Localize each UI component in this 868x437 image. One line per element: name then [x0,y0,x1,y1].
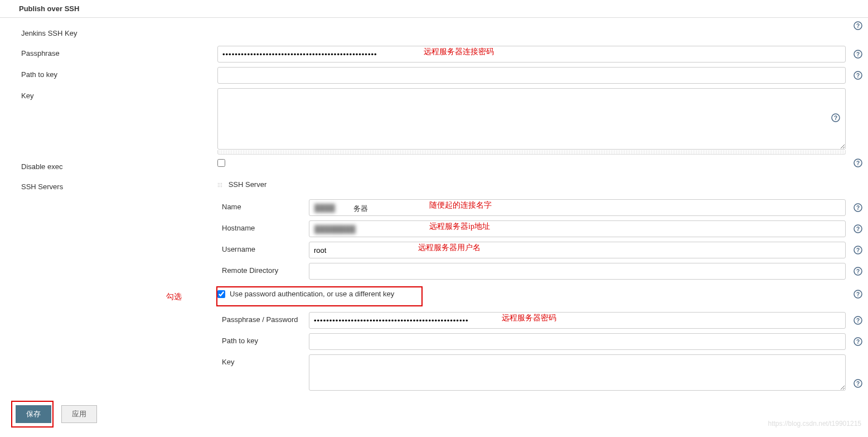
path-to-key-input[interactable] [217,67,846,84]
row-passphrase: Passphrase ? 远程服务器连接密码 [0,44,868,65]
help-icon[interactable]: ? [854,246,862,254]
help-icon[interactable]: ? [854,203,862,212]
username-input[interactable] [309,242,846,258]
label-key: Key [0,88,217,100]
row-passphrase-password: Passphrase / Password ? 远程服务器密码 [0,310,868,331]
help-icon[interactable]: ? [854,71,862,80]
row-path-to-key2: Path to key ? [0,331,868,352]
help-icon[interactable]: ? [854,316,862,325]
ssh-server-label: SSH Server [229,180,267,189]
svg-text:?: ? [856,381,860,387]
row-name: Name ████ 务器 ? 随便起的连接名字 [0,197,868,218]
path-to-key2-input[interactable] [309,333,846,350]
label-path-to-key: Path to key [0,67,217,79]
label-passphrase-password: Passphrase / Password [0,312,309,324]
key2-textarea[interactable] [309,354,846,391]
disable-exec-checkbox[interactable] [217,159,225,167]
footer: 保存 应用 [0,398,868,432]
svg-text:?: ? [856,226,860,232]
key-textarea[interactable] [217,88,846,150]
label-jenkins-ssh-key: Jenkins SSH Key [0,26,217,37]
label-username: Username [0,242,309,253]
help-icon[interactable]: ? [854,290,862,299]
label-key2: Key [0,354,309,366]
help-icon[interactable]: ? [854,379,862,388]
blurred-text: ████ [314,204,335,212]
row-username: Username ? 远程服务器用户名 [0,239,868,261]
label-ssh-servers: SSH Servers [0,179,217,191]
row-disable-exec: Disable exec ? [0,157,868,177]
label-name: Name [0,199,309,211]
svg-text:?: ? [856,160,860,166]
help-icon[interactable]: ? [854,267,862,276]
save-button[interactable]: 保存 [16,405,51,423]
help-icon[interactable]: ? [854,159,862,167]
svg-text:?: ? [856,205,860,211]
row-use-password-auth: Use password authentication, or use a di… [0,287,868,310]
svg-text:?: ? [856,291,860,297]
svg-text:?: ? [856,51,860,57]
svg-text:?: ? [856,339,860,345]
row-remote-directory: Remote Directory ? [0,261,868,282]
section-title: Publish over SSH [0,0,868,18]
label-remote-directory: Remote Directory [0,263,309,275]
label-hostname: Hostname [0,220,309,232]
use-password-auth-wrap[interactable]: Use password authentication, or use a di… [217,290,846,298]
svg-text:?: ? [856,318,860,324]
drag-grip-icon[interactable] [217,183,223,188]
hostname-input[interactable] [309,220,846,237]
annotation-check: 勾选 [166,292,182,302]
help-icon[interactable]: ? [854,21,862,30]
passphrase-input[interactable] [217,46,846,63]
svg-text:?: ? [856,73,860,79]
svg-text:?: ? [856,268,860,275]
name-value-visible: 务器 [353,204,368,214]
blurred-text: ████████ [314,225,356,233]
help-icon[interactable]: ? [831,113,840,122]
row-key: Key ? [0,86,868,157]
help-icon[interactable]: ? [854,50,862,59]
ssh-server-header: SSH Server [217,179,868,192]
remote-directory-input[interactable] [309,263,846,280]
svg-text:?: ? [856,247,860,253]
svg-text:?: ? [856,23,860,29]
name-input[interactable] [309,199,846,216]
row-path-to-key: Path to key ? [0,65,868,86]
use-password-auth-label: Use password authentication, or use a di… [230,290,394,298]
help-icon[interactable]: ? [854,224,862,233]
row-key2: Key ? [0,352,868,393]
label-path-to-key2: Path to key [0,333,309,345]
use-password-auth-checkbox[interactable] [217,290,225,298]
help-icon[interactable]: ? [854,337,862,346]
apply-button[interactable]: 应用 [61,405,97,423]
row-ssh-servers: SSH Servers SSH Server [0,177,868,197]
row-jenkins-ssh-key: Jenkins SSH Key ? [0,23,868,44]
passphrase-password-input[interactable] [309,312,846,329]
row-hostname: Hostname ████████ ? 远程服务器ip地址 [0,218,868,239]
label-disable-exec: Disable exec [0,159,217,171]
svg-text:?: ? [834,115,837,121]
label-passphrase: Passphrase [0,46,217,57]
